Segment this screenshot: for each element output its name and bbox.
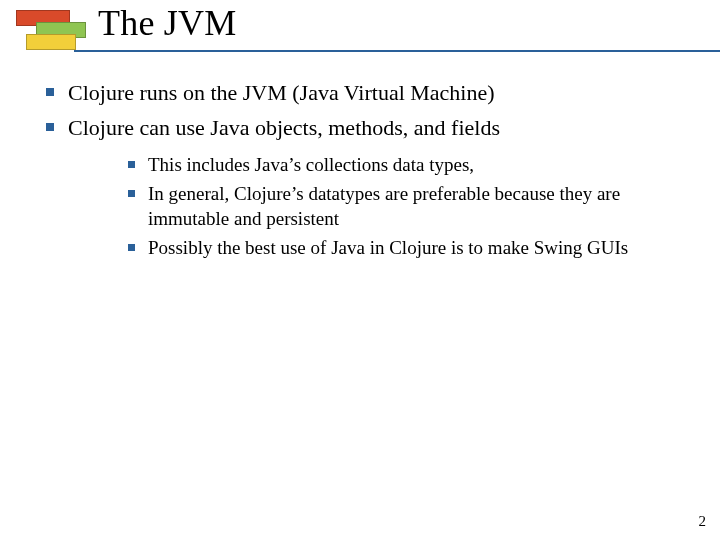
logo-bar-yellow — [26, 34, 76, 50]
bullet-text: Clojure runs on the JVM (Java Virtual Ma… — [68, 80, 495, 105]
body-content: Clojure runs on the JVM (Java Virtual Ma… — [40, 78, 690, 266]
slide: The JVM Clojure runs on the JVM (Java Vi… — [0, 0, 720, 540]
bullet-item: Clojure can use Java objects, methods, a… — [40, 113, 690, 260]
page-title: The JVM — [98, 2, 236, 44]
bullet-list: Clojure runs on the JVM (Java Virtual Ma… — [40, 78, 690, 260]
bullet-text: Clojure can use Java objects, methods, a… — [68, 115, 500, 140]
sub-bullet-item: In general, Clojure’s datatypes are pref… — [126, 181, 690, 231]
sub-bullet-text: In general, Clojure’s datatypes are pref… — [148, 183, 620, 229]
sub-bullet-item: This includes Java’s collections data ty… — [126, 152, 690, 177]
page-number: 2 — [699, 513, 707, 530]
logo-mark — [16, 0, 86, 50]
sub-bullet-text: Possibly the best use of Java in Clojure… — [148, 237, 628, 258]
bullet-item: Clojure runs on the JVM (Java Virtual Ma… — [40, 78, 690, 107]
sub-bullet-text: This includes Java’s collections data ty… — [148, 154, 474, 175]
sub-bullet-list: This includes Java’s collections data ty… — [126, 152, 690, 260]
title-underline — [74, 50, 720, 52]
sub-bullet-item: Possibly the best use of Java in Clojure… — [126, 235, 690, 260]
